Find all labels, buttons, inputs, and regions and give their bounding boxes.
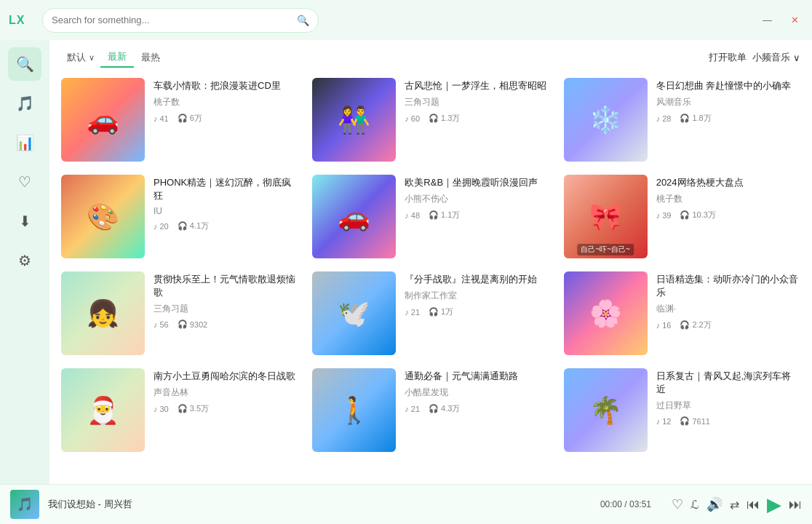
playlist-title: 车载小情歌：把浪漫装进CD里: [154, 79, 298, 92]
playlist-title: 冬日幻想曲 奔赴憧憬中的小确幸: [656, 79, 800, 92]
playlist-stats: ♪ 21 🎧 4.3万: [405, 403, 549, 414]
play-count: 🎧 10.3万: [680, 210, 715, 221]
play-count: 🎧 1.1万: [429, 210, 460, 221]
music-note-icon: ♪: [405, 114, 409, 123]
playlist-info: 南方小土豆勇闯哈尔滨的冬日战歌 声音丛林 ♪ 30 🎧 3.5万: [154, 368, 298, 414]
source-selector[interactable]: 小频音乐 ∨: [752, 51, 800, 64]
next-button[interactable]: ⏭: [789, 497, 802, 512]
playlist-author: 风潮音乐: [656, 96, 800, 108]
sidebar-item-music[interactable]: 🎵: [8, 87, 41, 120]
sidebar-item-download[interactable]: ⬇: [8, 205, 41, 238]
playlist-card[interactable]: 🎅 南方小土豆勇闯哈尔滨的冬日战歌 声音丛林 ♪ 30 🎧 3.5万: [61, 368, 298, 452]
play-count: 🎧 2.2万: [680, 319, 711, 330]
playlist-stats: ♪ 12 🎧 7611: [656, 416, 800, 426]
sidebar-item-chart[interactable]: 📊: [8, 126, 41, 159]
playlist-card[interactable]: 👧 贯彻快乐至上！元气情歌散退烦恼歌 三角习题 ♪ 56 🎧 9302: [61, 271, 298, 355]
headphone-icon: 🎧: [680, 320, 690, 330]
playlist-stats: ♪ 20 🎧 4.1万: [154, 221, 298, 231]
play-count: 🎧 7611: [680, 416, 709, 426]
headphone-icon: 🎧: [178, 114, 188, 123]
player-title: 我们设想始 - 周兴哲: [48, 498, 132, 511]
music-note-icon: ♪: [405, 211, 409, 220]
playlist-info: 冬日幻想曲 奔赴憧憬中的小确幸 风潮音乐 ♪ 28 🎧 1.8万: [656, 78, 800, 124]
settings-icon: ⚙: [18, 252, 31, 269]
playlist-info: 通勤必备｜元气满满通勤路 小酷星发现 ♪ 21 🎧 4.3万: [405, 368, 549, 414]
playlist-thumbnail: 🚗: [61, 78, 145, 162]
playlist-card[interactable]: 🕊️ 『分手战歌』注视是离别的开始 制作家工作室 ♪ 21 🎧 1万: [312, 271, 549, 355]
music-note-icon: ♪: [656, 114, 661, 123]
playlist-author: 桃子数: [154, 96, 298, 108]
music-note-icon: ♪: [154, 222, 158, 231]
playlist-card[interactable]: 👫 古风悲怆｜一梦浮生，相思寄昭昭 三角习题 ♪ 60 🎧 1.3万: [312, 78, 549, 162]
like-button[interactable]: ♡: [672, 496, 683, 512]
headphone-icon: 🎧: [429, 114, 439, 123]
playlist-card[interactable]: 🚶 通勤必备｜元气满满通勤路 小酷星发现 ♪ 21 🎧 4.3万: [312, 368, 549, 452]
playlist-thumbnail: 👧: [61, 271, 145, 355]
open-playlist-button[interactable]: 打开歌单: [709, 51, 747, 64]
sidebar-item-settings[interactable]: ⚙: [8, 244, 41, 277]
tab-default[interactable]: 默认 ∨: [61, 48, 100, 67]
play-button[interactable]: ▶: [767, 493, 781, 516]
playlist-thumbnail: 🚗: [312, 175, 396, 258]
playlist-stats: ♪ 28 🎧 1.8万: [656, 113, 800, 124]
search-icon[interactable]: 🔍: [297, 15, 309, 26]
playlist-info: 车载小情歌：把浪漫装进CD里 桃子数 ♪ 41 🎧 6万: [154, 78, 298, 124]
play-count: 🎧 4.1万: [178, 221, 209, 231]
playlist-card[interactable]: 🚗 车载小情歌：把浪漫装进CD里 桃子数 ♪ 41 🎧 6万: [61, 78, 298, 162]
playlist-card[interactable]: 🌸 日语精选集：动听亦冷门的小众音乐 临渊· ♪ 16 🎧 2.2万: [564, 271, 800, 355]
song-count: ♪ 30: [154, 403, 169, 414]
playlist-author: 桃子数: [656, 193, 800, 205]
song-count: ♪ 20: [154, 221, 169, 231]
music-note-icon: ♪: [656, 417, 661, 426]
headphone-icon: 🎧: [429, 404, 439, 413]
loop-button[interactable]: ⇄: [730, 498, 739, 512]
song-count: ♪ 21: [405, 403, 420, 414]
chevron-down-icon: ∨: [89, 53, 95, 63]
playlist-stats: ♪ 39 🎧 10.3万: [656, 210, 800, 221]
playlist-author: 过日野草: [656, 400, 800, 412]
playlist-card[interactable]: 🎀 自己~吓~自己~ 2024网络热梗大盘点 桃子数 ♪ 39 🎧 10.3万: [564, 175, 800, 258]
headphone-icon: 🎧: [178, 404, 188, 413]
playlist-author: 小酷星发现: [405, 386, 549, 399]
playlist-author: 声音丛林: [154, 386, 298, 399]
playlist-title: 通勤必备｜元气满满通勤路: [405, 370, 549, 383]
minimize-button[interactable]: —: [758, 13, 776, 27]
playlist-title: 古风悲怆｜一梦浮生，相思寄昭昭: [405, 79, 549, 92]
player-thumb-icon: 🎵: [17, 496, 33, 512]
song-count: ♪ 60: [405, 113, 420, 124]
search-input[interactable]: [52, 15, 291, 25]
close-button[interactable]: ✕: [787, 13, 803, 27]
playlist-thumbnail: 🎨: [61, 175, 145, 258]
tabs-row: 默认 ∨ 最新 最热 打开歌单 小频音乐 ∨: [61, 47, 800, 68]
playlist-card[interactable]: 🎨 PHONK精选｜迷幻沉醉，彻底疯狂 IU ♪ 20 🎧 4.1万: [61, 175, 298, 258]
song-count: ♪ 16: [656, 319, 672, 330]
playlist-card[interactable]: 🌴 日系复古｜青风又起,海滨列车将近 过日野草 ♪ 12 🎧 7611: [564, 368, 800, 452]
song-count: ♪ 56: [154, 319, 169, 329]
playlist-author: 三角习题: [405, 96, 549, 108]
playlist-card[interactable]: 🚗 欧美R&B｜坐拥晚霞听浪漫回声 小熊不伤心 ♪ 48 🎧 1.1万: [312, 175, 549, 258]
playlist-author: 制作家工作室: [405, 290, 549, 302]
music-note-icon: ♪: [154, 405, 158, 413]
sidebar-item-favorites[interactable]: ♡: [8, 165, 41, 199]
playlist-title: 贯彻快乐至上！元气情歌散退烦恼歌: [154, 273, 298, 299]
chevron-down-icon: ∨: [793, 52, 800, 63]
volume-button[interactable]: 🔊: [706, 496, 723, 512]
tab-newest[interactable]: 最新: [100, 47, 134, 68]
music-note-icon: ♪: [656, 321, 661, 330]
headphone-icon: 🎧: [178, 221, 188, 231]
sidebar-item-search[interactable]: 🔍: [8, 47, 41, 81]
tab-hottest[interactable]: 最热: [134, 48, 167, 67]
playlist-author: 临渊·: [656, 303, 800, 315]
playlist-title: 『分手战歌』注视是离别的开始: [405, 273, 549, 286]
waveform-icon[interactable]: ℒ: [690, 498, 699, 512]
app-logo: LX: [9, 14, 42, 27]
playlist-info: 贯彻快乐至上！元气情歌散退烦恼歌 三角习题 ♪ 56 🎧 9302: [154, 271, 298, 329]
headphone-icon: 🎧: [680, 210, 690, 220]
playlist-card[interactable]: ❄️ 冬日幻想曲 奔赴憧憬中的小确幸 风潮音乐 ♪ 28 🎧 1.8万: [564, 78, 800, 162]
playlist-stats: ♪ 30 🎧 3.5万: [154, 403, 298, 414]
playlist-stats: ♪ 56 🎧 9302: [154, 319, 298, 329]
prev-button[interactable]: ⏮: [747, 497, 760, 512]
playlist-info: 2024网络热梗大盘点 桃子数 ♪ 39 🎧 10.3万: [656, 175, 800, 221]
playlist-title: 南方小土豆勇闯哈尔滨的冬日战歌: [154, 370, 298, 383]
playlist-thumbnail: 🌸: [564, 271, 648, 355]
